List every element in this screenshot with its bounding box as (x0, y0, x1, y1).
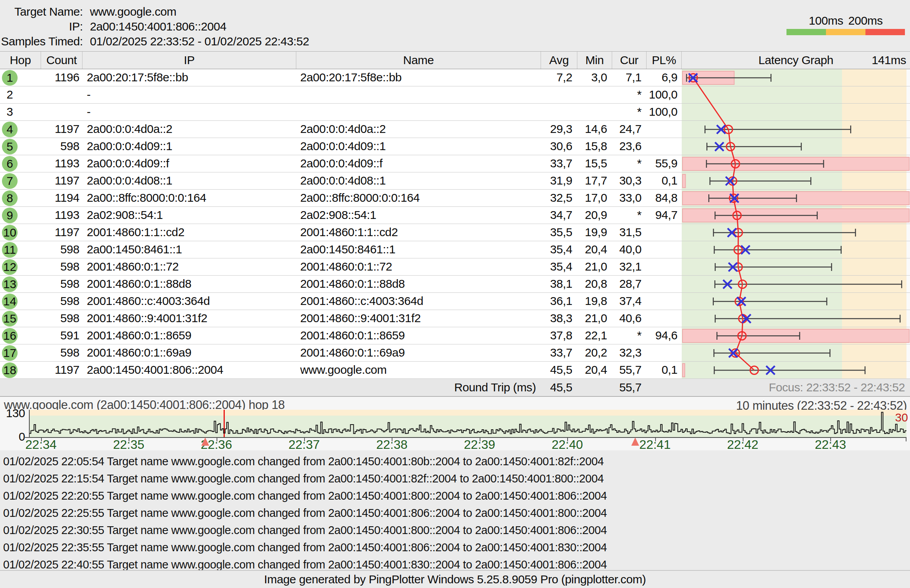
header-field-label: Target Name: (0, 4, 83, 19)
header-field-label: IP: (0, 19, 83, 34)
legend-bar-red-segment (865, 29, 905, 35)
table-row[interactable]: 2-*100,0 (0, 86, 910, 104)
ip-cell: 2001:4860:1:1::cd2 (82, 224, 296, 241)
table-row[interactable]: 145982001:4860::c:4003:364d2001:4860::c:… (0, 293, 910, 310)
loss-cell: 84,8 (647, 190, 682, 206)
table-row[interactable]: 155982001:4860::9:4001:31f22001:4860::9:… (0, 310, 910, 327)
hop-badge: 8 (2, 190, 18, 206)
cur-cell: 32,1 (612, 258, 647, 275)
table-row[interactable]: 115982a00:1450:8461::12a00:1450:8461::13… (0, 241, 910, 258)
avg-cell: 35,4 (541, 258, 577, 275)
name-cell: 2001:4860:0:1::72 (296, 258, 541, 275)
latency-graph-cell (682, 258, 910, 275)
time-axis-label: 22:36 (189, 438, 244, 451)
column-header-latency-graph[interactable]: Latency Graph 141ms (682, 52, 910, 69)
name-cell: 2a00::8ffc:8000:0:0:164 (296, 190, 541, 206)
count-cell (41, 86, 82, 103)
avg-cell: 37,8 (541, 327, 577, 344)
column-header-hop[interactable]: Hop (0, 52, 41, 69)
hop-badge: 13 (2, 276, 18, 292)
latency-graph-cell (682, 224, 910, 241)
table-row[interactable]: 811942a00::8ffc:8000:0:0:1642a00::8ffc:8… (0, 190, 910, 207)
legend-bar-green-segment (786, 29, 826, 35)
cur-cell: 55,7 (612, 362, 647, 378)
cur-cell: 7,1 (612, 69, 647, 86)
header-field-label: Samples Timed: (0, 34, 83, 49)
trace-table-body: 111962a00:20:17:5f8e::bb2a00:20:17:5f8e:… (0, 69, 910, 379)
loss-cell (647, 293, 682, 310)
table-row[interactable]: 3-*100,0 (0, 104, 910, 121)
count-cell: 1197 (41, 121, 82, 138)
hop-badge: 18 (2, 362, 18, 378)
count-cell: 598 (41, 258, 82, 275)
time-axis-label: 22:43 (803, 438, 858, 451)
min-cell: 17,7 (577, 172, 612, 189)
table-row[interactable]: 111962a00:20:17:5f8e::bb2a00:20:17:5f8e:… (0, 69, 910, 86)
column-header-count[interactable]: Count (41, 52, 82, 69)
table-row[interactable]: 125982001:4860:0:1::722001:4860:0:1::723… (0, 258, 910, 276)
latency-graph-cell (682, 172, 910, 189)
sample-marker-icon[interactable] (201, 437, 209, 446)
hop-badge: 1 (2, 70, 18, 86)
hop-cell: 12 (0, 258, 41, 275)
hop-badge: 4 (2, 122, 18, 137)
column-header-cur[interactable]: Cur (612, 52, 647, 69)
column-header-avg[interactable]: Avg (541, 52, 577, 69)
table-row[interactable]: 1811972a00:1450:4001:806::2004www.google… (0, 362, 910, 379)
table-row[interactable]: 611932a00:0:0:4d09::f2a00:0:0:4d09::f33,… (0, 155, 910, 172)
table-row[interactable]: 135982001:4860:0:1::88d82001:4860:0:1::8… (0, 276, 910, 293)
column-header-ip[interactable]: IP (82, 52, 296, 69)
round-trip-avg-value: 45,5 (541, 379, 572, 396)
count-cell: 1196 (41, 69, 82, 86)
round-trip-label: Round Trip (ms) (380, 379, 536, 396)
avg-cell: 36,1 (541, 293, 577, 310)
cur-cell: 24,7 (612, 121, 647, 138)
cur-cell: * (612, 207, 647, 224)
avg-cell: 33,7 (541, 344, 577, 361)
ip-cell: 2a00:20:17:5f8e::bb (82, 69, 296, 86)
ip-cell: - (82, 86, 296, 103)
column-header-pl[interactable]: PL% (647, 52, 682, 69)
legend-label-200ms: 200ms (838, 15, 893, 27)
hop-cell: 15 (0, 310, 41, 327)
cur-cell: * (612, 155, 647, 172)
table-row[interactable]: 55982a00:0:0:4d09::12a00:0:0:4d09::130,6… (0, 138, 910, 155)
table-row[interactable]: 175982001:4860:0:1::69a92001:4860:0:1::6… (0, 344, 910, 362)
hop-cell: 2 (0, 86, 41, 103)
time-axis-label: 22:42 (715, 438, 770, 451)
ip-cell: - (82, 104, 296, 120)
min-cell: 20,9 (577, 207, 612, 224)
table-row[interactable]: 411972a00:0:0:4d0a::22a00:0:0:4d0a::229,… (0, 121, 910, 138)
timeline-trace[interactable] (29, 410, 906, 437)
count-cell: 1194 (41, 190, 82, 206)
time-axis-label: 22:34 (14, 438, 68, 451)
event-log-line: 01/02/2025 22:30:55 Target name www.goog… (3, 522, 607, 539)
event-log-line: 01/02/2025 22:35:55 Target name www.goog… (3, 539, 607, 556)
column-header-name[interactable]: Name (296, 52, 541, 69)
table-row[interactable]: 911932a02:908::54:12a02:908::54:134,720,… (0, 207, 910, 224)
name-cell: 2001:4860:0:1::8659 (296, 327, 541, 344)
latency-graph-cell (682, 190, 910, 206)
table-row[interactable]: 711972a00:0:0:4d08::12a00:0:0:4d08::131,… (0, 172, 910, 190)
ip-cell: 2a00:0:0:4d0a::2 (82, 121, 296, 138)
legend-bar-yellow-segment (826, 29, 865, 35)
name-cell (296, 104, 541, 120)
ip-cell: 2a00:0:0:4d08::1 (82, 172, 296, 189)
round-trip-cur-value: 55,7 (612, 379, 641, 396)
name-cell: 2001:4860::9:4001:31f2 (296, 310, 541, 327)
latency-graph-cell (682, 276, 910, 292)
table-row[interactable]: 165912001:4860:0:1::86592001:4860:0:1::8… (0, 327, 910, 344)
hop-number: 3 (2, 104, 18, 120)
table-row[interactable]: 1011972001:4860:1:1::cd22001:4860:1:1::c… (0, 224, 910, 241)
latency-trace-line (29, 412, 906, 434)
column-header-min[interactable]: Min (577, 52, 612, 69)
avg-cell: 30,6 (541, 138, 577, 155)
name-cell (296, 86, 541, 103)
latency-graph-cell (682, 155, 910, 172)
min-cell: 20,4 (577, 362, 612, 378)
avg-cell: 33,7 (541, 155, 577, 172)
loss-cell (647, 241, 682, 258)
time-axis-label: 22:37 (277, 438, 331, 451)
name-cell: 2001:4860::c:4003:364d (296, 293, 541, 310)
sample-marker-icon[interactable] (631, 437, 639, 446)
